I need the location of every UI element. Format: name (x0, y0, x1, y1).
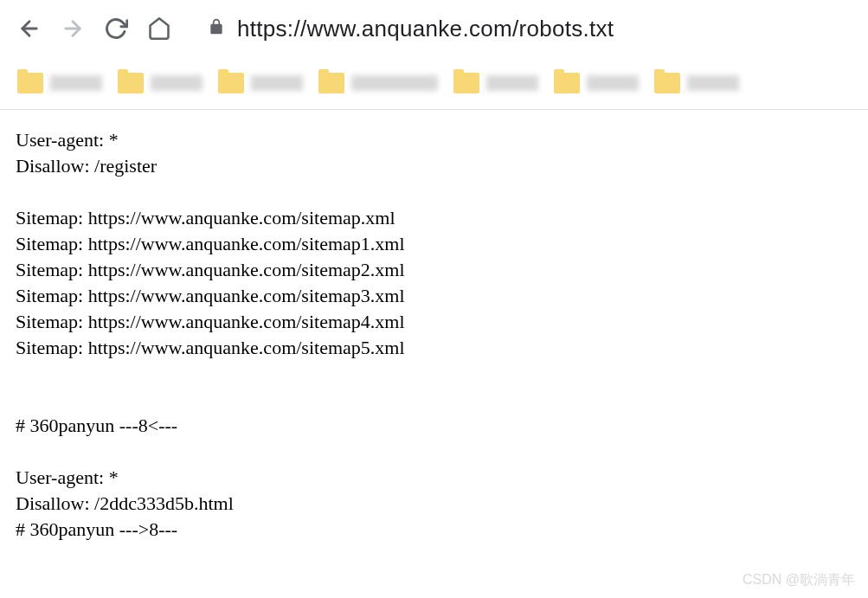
bookmark-label (587, 75, 639, 91)
page-content: User-agent: * Disallow: /register Sitema… (0, 109, 868, 560)
folder-icon (17, 73, 43, 93)
browser-toolbar: https://www.anquanke.com/robots.txt (0, 0, 868, 57)
bookmark-item[interactable] (17, 73, 102, 93)
folder-icon (318, 73, 344, 93)
bookmarks-bar (0, 57, 868, 109)
bookmark-label (486, 75, 538, 91)
watermark: CSDN @歌淌青年 (743, 571, 855, 589)
bookmark-item[interactable] (654, 73, 739, 93)
folder-icon (654, 73, 680, 93)
url-text: https://www.anquanke.com/robots.txt (237, 16, 614, 42)
bookmark-label (351, 75, 438, 91)
bookmark-item[interactable] (453, 73, 538, 93)
folder-icon (554, 73, 580, 93)
reload-button[interactable] (104, 16, 128, 41)
forward-button[interactable] (61, 16, 85, 41)
folder-icon (218, 73, 244, 93)
address-bar[interactable]: https://www.anquanke.com/robots.txt (208, 16, 614, 42)
home-button[interactable] (147, 16, 171, 41)
bookmark-label (50, 75, 102, 91)
lock-icon (208, 17, 225, 40)
bookmark-label (687, 75, 739, 91)
bookmark-item[interactable] (318, 73, 438, 93)
bookmark-item[interactable] (118, 73, 203, 93)
bookmark-label (251, 75, 303, 91)
bookmark-item[interactable] (218, 73, 303, 93)
folder-icon (453, 73, 479, 93)
folder-icon (118, 73, 144, 93)
bookmark-label (151, 75, 203, 91)
back-button[interactable] (17, 16, 42, 41)
bookmark-item[interactable] (554, 73, 639, 93)
